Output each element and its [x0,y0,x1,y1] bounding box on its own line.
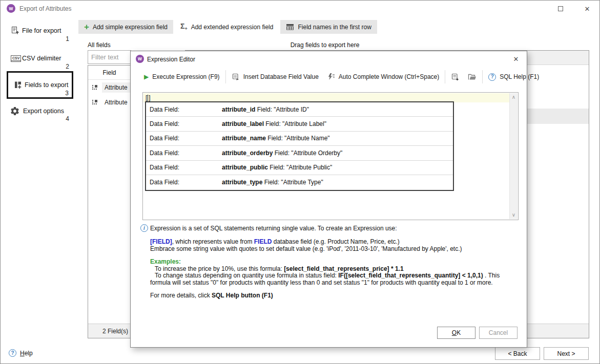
cancel-label: Cancel [489,329,508,336]
info-examples: Examples: To increase the price by 10%, … [150,259,515,286]
all-fields-grid: Field Attribute Attr [88,65,131,338]
dialog-logo-glyph: w [138,56,142,61]
sql-help-button[interactable]: ? SQL Help (F1) [484,70,543,84]
cancel-button[interactable]: Cancel [479,327,518,339]
autocomplete-item-attribute-name[interactable]: Data Field: attribute_name Field: "Attri… [146,132,453,146]
field-item-icon [91,99,98,106]
step-number: 4 [66,115,69,122]
help-link[interactable]: ? Help [9,349,33,357]
sidebar-item-label: Export options [23,108,64,115]
field-row-label: Attribute [102,82,130,93]
field-row-attribute-1[interactable]: Attribute [88,80,131,95]
add-simple-expression-button[interactable]: + Add simple expression field [78,20,173,34]
info-more-details: For more details, click SQL Help button … [150,292,515,299]
auto-complete-label: Auto Complete Window (Ctrl+Space) [339,73,439,80]
maximize-button[interactable] [553,3,568,14]
autocomplete-item-attribute-public[interactable]: Data Field: attribute_public Field: "Att… [146,161,453,175]
sidebar-item-file-for-export[interactable]: File for export 1 [7,23,73,42]
sigma-plus-icon: Σ+ [180,23,188,31]
open-folder-icon [468,73,477,80]
dialog-close-icon: ✕ [513,55,519,63]
expression-text-open: [ [146,94,147,101]
scroll-up-icon[interactable]: ∧ [510,94,518,101]
autocomplete-item-attribute-id[interactable]: Data Field: attribute_id Field: "Attribu… [146,102,453,117]
expression-text-close: ] [149,94,150,101]
autocomplete-item-attribute-type[interactable]: Data Field: attribute_type Field: "Attri… [146,175,453,189]
example-2: To change status depending on quantity u… [150,272,515,286]
field-item-icon [91,84,98,91]
execute-expression-label: Execute Expression (F9) [152,73,219,80]
sidebar-item-export-options[interactable]: Export options 4 [7,103,73,123]
step-number: 1 [66,35,69,42]
field-row-label: Attribute [102,97,130,108]
info-embrace-line: Embrace some string value with quotes to… [150,246,515,253]
expression-toolbar: ▶ Execute Expression (F9) Insert Databas… [140,69,543,85]
expression-editor-dialog: w Expression Editor ✕ ▶ Execute Expressi… [130,51,527,348]
fields-count-footer: 2 Field(s) [88,324,131,338]
field-column-header[interactable]: Field [88,66,131,80]
ok-label: OK [452,329,461,336]
add-simple-expression-label: Add simple expression field [93,24,168,31]
sidebar-item-label: CSV delimiter [22,55,61,62]
fields-toolbar: + Add simple expression field Σ+ Add ext… [78,20,377,34]
field-names-first-row-label: Field names in the first row [298,24,371,31]
sidebar-item-fields-to-export[interactable]: Fields to export 3 [7,71,73,99]
info-intro: Expression is a set of SQL statements re… [150,225,515,232]
table-header-icon [286,24,294,30]
step-number: 2 [66,63,69,70]
save-expression-icon [451,73,460,81]
load-expression-button[interactable] [464,70,481,84]
field-names-first-row-toggle[interactable]: Field names in the first row [280,20,377,34]
dialog-logo-icon: w [136,55,144,63]
editor-scrollbar[interactable]: ∧ ∨ [509,93,518,219]
info-icon: i [140,224,148,232]
sidebar-item-label: File for export [22,27,61,34]
toolbar-separator [445,70,445,83]
help-icon: ? [9,349,16,357]
auto-complete-icon [327,73,335,81]
info-field-usage: [FIELD], which represents value from FIE… [150,239,515,252]
sidebar-item-csv-delimiter[interactable]: CSV CSV delimiter 2 [7,51,73,70]
sql-help-icon: ? [488,73,496,81]
back-button[interactable]: < Back [495,347,540,360]
export-attributes-window: w Export of Attributes ✕ + Add simple ex… [0,0,600,364]
next-button[interactable]: Next > [544,347,589,360]
autocomplete-popup: Data Field: attribute_id Field: "Attribu… [145,101,454,191]
scroll-down-icon[interactable]: ∨ [510,211,518,219]
sidebar-item-label: Fields to export [25,81,68,89]
dialog-title: Expression Editor [147,56,195,63]
autocomplete-item-attribute-orderby[interactable]: Data Field: attribute_orderby Field: "At… [146,146,453,160]
close-button[interactable]: ✕ [580,3,595,14]
maximize-icon [558,6,563,11]
gear-icon [10,106,20,116]
plus-icon: + [84,23,89,31]
auto-complete-button[interactable]: Auto Complete Window (Ctrl+Space) [323,70,443,84]
autocomplete-item-attribute-label[interactable]: Data Field: attribute_label Field: "Attr… [146,117,453,131]
execute-expression-button[interactable]: ▶ Execute Expression (F9) [140,70,224,84]
step-number: 3 [65,90,69,97]
drag-fields-label: Drag fields to export here [189,41,461,49]
play-icon: ▶ [144,74,149,80]
save-expression-button[interactable] [447,70,464,84]
app-logo-icon: w [7,4,15,13]
insert-database-field-button[interactable]: Insert Database Field Value [227,70,323,84]
help-label: Help [20,350,33,357]
fields-to-export-icon [13,80,23,90]
app-logo-glyph: w [9,6,13,11]
examples-title: Examples: [150,259,515,266]
ok-button[interactable]: OK [437,327,475,339]
filter-input[interactable] [88,50,131,64]
sql-help-label: SQL Help (F1) [500,73,539,80]
info-field-line: [FIELD], which represents value from FIE… [150,239,515,246]
add-extended-expression-label: Add extended expression field [191,24,274,31]
add-extended-expression-button[interactable]: Σ+ Add extended expression field [175,20,279,34]
example-1: To increase the price by 10%, use this f… [150,266,515,273]
file-export-icon [11,26,19,35]
dialog-close-button[interactable]: ✕ [508,53,524,65]
insert-database-field-label: Insert Database Field Value [243,73,319,80]
window-title: Export of Attributes [19,5,71,12]
insert-field-icon [232,73,240,81]
text-caret [148,95,148,101]
field-row-attribute-2[interactable]: Attribute [88,95,131,110]
csv-icon: CSV [11,55,21,62]
